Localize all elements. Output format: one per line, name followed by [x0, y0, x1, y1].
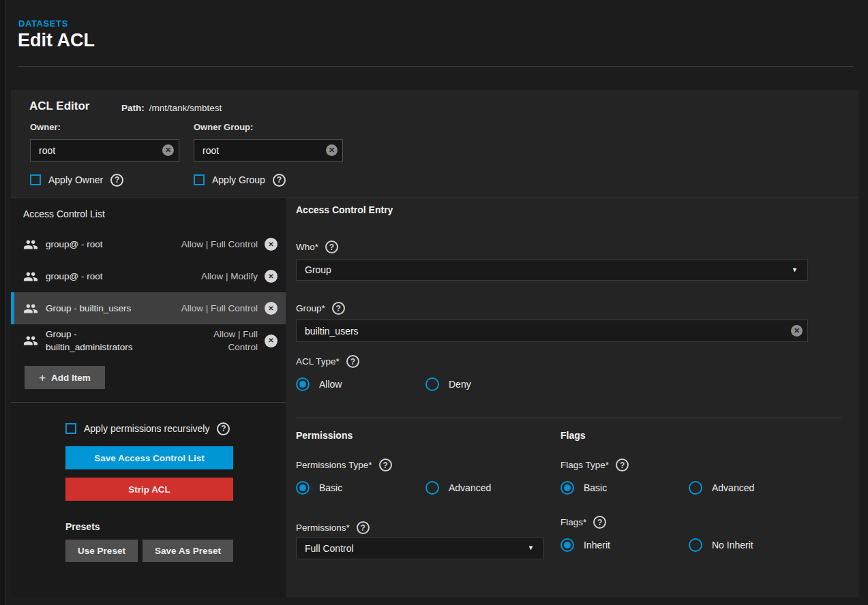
- acl-actions: Apply permissions recursively Save Acces…: [11, 403, 286, 562]
- ace-section-divider: [296, 418, 842, 418]
- group-label: Group*: [296, 303, 325, 313]
- group-label-row: Group*: [296, 302, 345, 315]
- acl-list-title: Access Control List: [11, 198, 286, 228]
- ace-panel: Access Control Entry Who* Group Group* A…: [286, 198, 858, 598]
- acl-item-who: group@ - root: [46, 270, 201, 283]
- owner-group-field: [194, 139, 343, 161]
- acl-list: group@ - root Allow | Full Control group…: [11, 228, 286, 357]
- save-as-preset-button[interactable]: Save As Preset: [143, 540, 233, 562]
- group-input[interactable]: [296, 320, 808, 342]
- remove-item-icon[interactable]: [265, 302, 278, 315]
- radio-icon: [689, 538, 702, 552]
- apply-group-checkbox[interactable]: [194, 174, 205, 185]
- owner-group-clear-icon[interactable]: [326, 144, 338, 156]
- permissions-type-advanced-radio[interactable]: Advanced: [425, 481, 491, 495]
- breadcrumb-datasets[interactable]: DATASETS: [18, 18, 68, 29]
- radio-icon: [425, 481, 439, 495]
- permissions-header: Permissions: [296, 430, 353, 441]
- acl-editor-title: ACL Editor: [29, 99, 89, 113]
- flags-type-help-icon[interactable]: [616, 459, 629, 471]
- dataset-path: Path: /mnt/tank/smbtest: [121, 103, 222, 113]
- path-value: /mnt/tank/smbtest: [149, 103, 222, 113]
- permissions-select-value: Full Control: [305, 543, 354, 554]
- acl-type-help-icon[interactable]: [346, 355, 359, 368]
- permissions-select[interactable]: Full Control: [296, 537, 544, 559]
- group-people-icon: [23, 237, 38, 252]
- permissions-type-label-row: Permissions Type*: [296, 459, 392, 471]
- flags-type-advanced-radio[interactable]: Advanced: [689, 481, 754, 495]
- group-people-icon: [23, 333, 38, 348]
- permissions-label: Permissions*: [296, 523, 350, 533]
- collapsed-sidenav-edge: [0, 0, 5, 605]
- owner-field: [30, 139, 179, 161]
- apply-group-label: Apply Group: [212, 174, 265, 185]
- who-help-icon[interactable]: [325, 241, 338, 253]
- use-preset-button[interactable]: Use Preset: [65, 540, 138, 562]
- acl-item-permission: Allow | Full Control: [198, 328, 258, 354]
- add-item-button[interactable]: + Add Item: [25, 366, 105, 389]
- radio-icon: [296, 481, 310, 495]
- radio-icon: [296, 377, 310, 391]
- apply-group-row: Apply Group: [194, 173, 286, 187]
- acl-editor-panel: ACL Editor Path: /mnt/tank/smbtest Owner…: [11, 90, 858, 598]
- acl-item-permission: Allow | Full Control: [181, 238, 258, 251]
- acl-list-item[interactable]: Group - builtin_users Allow | Full Contr…: [11, 292, 286, 324]
- apply-owner-help-icon[interactable]: [110, 174, 123, 187]
- acl-list-panel: Access Control List group@ - root Allow …: [11, 198, 286, 598]
- flags-help-icon[interactable]: [593, 516, 606, 529]
- owner-group-input[interactable]: [194, 139, 343, 161]
- permissions-type-basic-radio[interactable]: Basic: [296, 481, 342, 495]
- permissions-help-icon[interactable]: [357, 521, 370, 534]
- remove-item-icon[interactable]: [265, 238, 278, 251]
- flags-type-label: Flags Type*: [560, 460, 609, 470]
- radio-icon: [560, 481, 574, 495]
- owner-group-label: Owner Group:: [194, 122, 253, 132]
- remove-item-icon[interactable]: [265, 335, 278, 347]
- page-title: Edit ACL: [18, 30, 95, 51]
- permissions-type-help-icon[interactable]: [379, 459, 392, 471]
- acl-item-who: group@ - root: [46, 238, 181, 251]
- flags-label-row: Flags*: [560, 516, 606, 529]
- owner-clear-icon[interactable]: [162, 144, 174, 156]
- ace-title: Access Control Entry: [296, 204, 393, 215]
- apply-owner-checkbox[interactable]: [30, 174, 41, 185]
- who-label-row: Who*: [296, 241, 338, 253]
- recursive-checkbox[interactable]: [65, 423, 76, 434]
- acl-type-allow-radio[interactable]: Allow: [296, 377, 342, 391]
- group-clear-icon[interactable]: [791, 325, 803, 337]
- acl-item-who: Group - builtin_users: [46, 302, 181, 315]
- flags-no-inherit-radio[interactable]: No Inherit: [689, 538, 753, 552]
- permissions-type-label: Permissions Type*: [296, 460, 372, 470]
- acl-item-permission: Allow | Modify: [201, 270, 258, 283]
- group-people-icon: [23, 269, 38, 284]
- radio-icon: [425, 377, 439, 391]
- header-divider: [18, 66, 853, 67]
- acl-list-item[interactable]: Group - builtin_administrators Allow | F…: [11, 324, 286, 357]
- flags-inherit-radio[interactable]: Inherit: [560, 538, 610, 552]
- group-field: [296, 320, 808, 342]
- recursive-label: Apply permissions recursively: [84, 423, 209, 434]
- acl-list-item[interactable]: group@ - root Allow | Modify: [11, 260, 286, 292]
- group-help-icon[interactable]: [332, 302, 345, 315]
- who-label: Who*: [296, 242, 318, 252]
- owner-input[interactable]: [30, 139, 179, 161]
- chevron-down-icon: [792, 267, 798, 273]
- permissions-label-row: Permissions*: [296, 521, 370, 534]
- path-label: Path:: [121, 103, 145, 113]
- apply-owner-label: Apply Owner: [48, 174, 103, 185]
- remove-item-icon[interactable]: [265, 270, 278, 283]
- acl-list-item[interactable]: group@ - root Allow | Full Control: [11, 228, 286, 260]
- recursive-help-icon[interactable]: [217, 422, 230, 435]
- owner-label: Owner:: [30, 122, 61, 132]
- save-acl-button[interactable]: Save Access Control List: [65, 446, 233, 469]
- acl-item-who: Group - builtin_administrators: [46, 328, 162, 354]
- apply-group-help-icon[interactable]: [273, 174, 286, 187]
- plus-icon: +: [39, 372, 46, 384]
- group-people-icon: [23, 301, 38, 316]
- flags-type-basic-radio[interactable]: Basic: [560, 481, 607, 495]
- acl-type-deny-radio[interactable]: Deny: [425, 377, 471, 391]
- acl-type-label-row: ACL Type*: [296, 355, 359, 368]
- strip-acl-button[interactable]: Strip ACL: [65, 478, 233, 501]
- who-select[interactable]: Group: [296, 259, 808, 281]
- acl-item-permission: Allow | Full Control: [181, 302, 258, 315]
